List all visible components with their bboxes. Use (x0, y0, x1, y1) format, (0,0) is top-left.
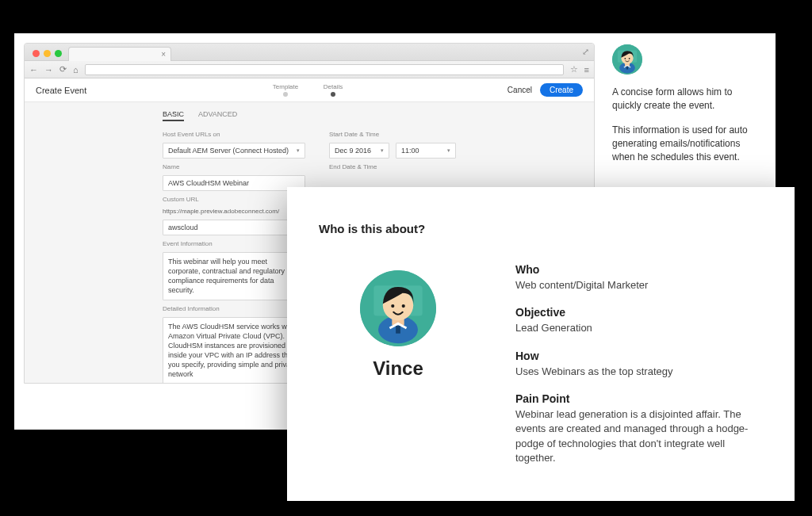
how-value: Uses Webinars as the top strategy (515, 365, 763, 379)
chevron-down-icon: ▾ (381, 147, 384, 154)
who-value: Web content/Digital Marketer (515, 278, 763, 292)
custom-url-label: Custom URL (163, 196, 305, 203)
nav-back-icon[interactable]: ← (29, 65, 38, 75)
step-template-label: Template (273, 83, 298, 90)
end-datetime-label: End Date & Time (329, 163, 456, 170)
nav-reload-icon[interactable]: ⟳ (59, 64, 67, 75)
persona-heading: Who is this about? (319, 222, 763, 235)
objective-value: Lead Generation (515, 321, 763, 335)
window-minimize-icon[interactable] (44, 50, 51, 57)
custom-url-prefix: https://maple.preview.adobeconnect.com/ (163, 208, 305, 215)
name-label: Name (163, 163, 305, 170)
page-title: Create Event (36, 86, 86, 95)
nav-home-icon[interactable]: ⌂ (73, 65, 79, 75)
persona-name: Vince (373, 357, 423, 380)
description-paragraph-2: This information is used for auto genera… (612, 124, 758, 164)
url-bar[interactable] (85, 64, 564, 75)
expand-window-icon[interactable]: ⤢ (582, 47, 589, 57)
nav-forward-icon[interactable]: → (44, 65, 53, 75)
persona-avatar-large (360, 270, 436, 346)
detailed-info-textarea[interactable]: The AWS CloudHSM service works with Amaz… (163, 317, 305, 383)
custom-url-input[interactable]: awscloud (163, 220, 305, 235)
form-left-column: Host Event URLs on Default AEM Server (C… (163, 131, 305, 383)
chevron-down-icon: ▾ (297, 147, 300, 154)
pain-point-label: Pain Point (515, 392, 763, 407)
start-date-select[interactable]: Dec 9 2016 ▾ (329, 143, 389, 159)
name-input[interactable]: AWS CloudHSM Webinar (163, 175, 305, 191)
tab-advanced[interactable]: ADVANCED (198, 110, 237, 121)
form-tabs: BASIC ADVANCED (163, 110, 594, 121)
how-label: How (515, 349, 763, 365)
persona-avatar-small (612, 44, 642, 75)
description-paragraph-1: A concise form allows him to quickly cre… (612, 86, 758, 113)
persona-card: Who is this about? Vince Who Web content… (287, 187, 795, 501)
window-close-icon[interactable] (33, 50, 40, 57)
tab-close-icon[interactable]: × (161, 50, 166, 59)
host-url-label: Host Event URLs on (163, 131, 305, 138)
window-zoom-icon[interactable] (55, 50, 62, 57)
browser-tabbar: × ⤢ (25, 44, 594, 61)
create-button[interactable]: Create (540, 83, 583, 97)
event-info-textarea[interactable]: This webinar will help you meet corporat… (163, 252, 305, 300)
start-datetime-label: Start Date & Time (329, 131, 456, 138)
step-template-node[interactable] (283, 92, 288, 97)
step-details-node[interactable] (331, 92, 335, 97)
chevron-down-icon: ▾ (447, 147, 450, 154)
start-time-select[interactable]: 11:00 ▾ (396, 143, 456, 159)
step-details-label: Details (324, 83, 343, 90)
event-info-label: Event Information (163, 240, 305, 247)
pain-point-value: Webinar lead generation is a disjointed … (515, 407, 763, 466)
wizard-stepper: Template Details (262, 83, 357, 97)
browser-tab[interactable]: × (68, 47, 171, 61)
who-label: Who (515, 262, 763, 278)
tab-basic[interactable]: BASIC (163, 110, 184, 121)
host-url-select[interactable]: Default AEM Server (Connect Hosted) ▾ (163, 143, 305, 159)
detailed-info-label: Detailed Information (163, 305, 305, 312)
objective-label: Objective (515, 305, 763, 321)
persona-details: Who Web content/Digital Marketer Objecti… (515, 262, 763, 479)
cancel-button[interactable]: Cancel (508, 86, 532, 94)
app-header: Create Event Template Details Cancel Cre… (25, 78, 594, 102)
browser-menu-icon[interactable]: ≡ (584, 65, 589, 75)
bookmark-star-icon[interactable]: ☆ (570, 64, 578, 75)
browser-toolbar: ← → ⟳ ⌂ ☆ ≡ (25, 61, 594, 78)
